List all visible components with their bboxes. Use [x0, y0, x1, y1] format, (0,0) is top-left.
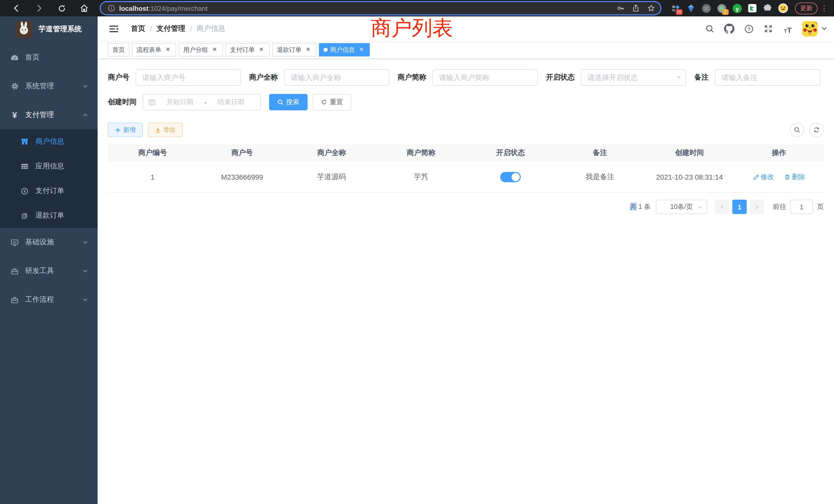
- breadcrumb-home[interactable]: 首页: [131, 24, 145, 33]
- toolbox-icon: [10, 295, 19, 304]
- add-button[interactable]: 新增: [108, 123, 143, 137]
- prev-page-button[interactable]: [715, 200, 729, 214]
- reset-button-label: 重置: [330, 97, 343, 107]
- export-button[interactable]: 导出: [148, 123, 183, 137]
- user-avatar[interactable]: [802, 21, 817, 37]
- hamburger-icon[interactable]: [105, 24, 123, 33]
- page-size-select[interactable]: 10条/页: [656, 200, 707, 214]
- back-icon[interactable]: [12, 4, 21, 13]
- tag-refund-order[interactable]: 退款订单✕: [272, 43, 316, 56]
- toggle-search-button[interactable]: [790, 123, 804, 137]
- reset-button[interactable]: 重置: [313, 94, 351, 110]
- github-icon[interactable]: [724, 24, 734, 34]
- edit-link[interactable]: 修改: [753, 172, 774, 181]
- reload-icon[interactable]: [57, 4, 66, 13]
- remark-input[interactable]: [715, 69, 820, 86]
- total-count-rest: 1 条: [638, 203, 651, 210]
- page-size-value: 10条/页: [670, 202, 693, 211]
- extension-gem-icon[interactable]: [686, 3, 696, 13]
- end-date-placeholder[interactable]: 结束日期: [206, 97, 255, 107]
- delete-link[interactable]: 删除: [784, 172, 805, 181]
- forward-icon[interactable]: [35, 4, 44, 13]
- trash-icon: [784, 174, 790, 180]
- col-header: 操作: [734, 144, 824, 162]
- close-icon[interactable]: ✕: [358, 46, 365, 53]
- dashboard-icon: [10, 53, 19, 62]
- refresh-icon: [321, 99, 327, 105]
- date-range-picker[interactable]: 开始日期 - 结束日期: [143, 94, 261, 110]
- sidebar-item-payment[interactable]: ¥ 支付管理: [0, 100, 97, 129]
- page-number-1[interactable]: 1: [732, 200, 747, 214]
- font-size-icon[interactable]: TT: [783, 24, 793, 34]
- breadcrumb-payment[interactable]: 支付管理: [157, 24, 185, 33]
- cell-merchant-id: 1: [108, 162, 197, 192]
- sidebar-item-label: 研发工具: [25, 266, 82, 276]
- extension-blocks-icon[interactable]: 10: [670, 3, 680, 13]
- status-select[interactable]: [581, 69, 686, 86]
- refresh-table-button[interactable]: [809, 123, 824, 137]
- extensions-puzzle-icon[interactable]: [763, 3, 773, 13]
- sidebar-item-home[interactable]: 首页: [0, 43, 97, 72]
- search-button[interactable]: 搜索: [269, 94, 308, 110]
- logo-avatar: [16, 21, 32, 38]
- sidebar-logo[interactable]: 芋道管理系统: [0, 17, 97, 42]
- full-name-input[interactable]: [284, 69, 389, 86]
- sidebar-item-pay-order[interactable]: ¥ 支付订单: [0, 179, 97, 203]
- sidebar-item-dev-tools[interactable]: 研发工具: [0, 257, 97, 285]
- merchant-no-input[interactable]: [136, 69, 241, 86]
- toggle-knob: [511, 173, 520, 181]
- url-bar[interactable]: localhost:1024/pay/merchant: [101, 2, 660, 14]
- search-icon: [277, 99, 284, 105]
- total-count-selected: 共: [630, 203, 637, 210]
- extension-green-y-icon[interactable]: y: [732, 3, 742, 13]
- chrome-menu-icon[interactable]: ⋮: [821, 6, 828, 11]
- extension-session-icon[interactable]: 1: [717, 3, 727, 13]
- tag-user-group[interactable]: 用户分组✕: [179, 43, 223, 56]
- help-icon[interactable]: ?: [744, 24, 754, 34]
- status-toggle[interactable]: [500, 172, 521, 182]
- share-icon[interactable]: [632, 4, 640, 12]
- tag-pay-order[interactable]: 支付订单✕: [225, 43, 270, 56]
- avatar-caret-icon[interactable]: [822, 27, 827, 31]
- sidebar-item-infra[interactable]: 基础设施: [0, 228, 97, 257]
- svg-text:y: y: [736, 5, 739, 12]
- start-date-placeholder[interactable]: 开始日期: [156, 97, 204, 107]
- close-icon[interactable]: ✕: [211, 46, 218, 53]
- field-label: 商户简称: [397, 73, 426, 82]
- next-page-button[interactable]: [750, 200, 764, 214]
- goto-page-input[interactable]: [790, 200, 813, 214]
- sidebar-item-system[interactable]: 系统管理: [0, 72, 97, 100]
- sidebar-item-workflow[interactable]: 工作流程: [0, 285, 97, 314]
- goto-prefix: 前往: [773, 202, 786, 211]
- site-info-icon[interactable]: [108, 5, 115, 12]
- tag-process-form[interactable]: 流程表单✕: [132, 43, 176, 56]
- field-label: 备注: [694, 73, 709, 82]
- fullscreen-icon[interactable]: [763, 24, 773, 34]
- tag-home[interactable]: 首页: [108, 43, 129, 56]
- documents-icon: [21, 211, 29, 220]
- home-icon[interactable]: [80, 4, 89, 13]
- header-search-icon[interactable]: [705, 24, 715, 34]
- short-name-input[interactable]: [433, 69, 538, 86]
- merchant-table: 商户编号 商户号 商户全称 商户简称 开启状态 备注 创建时间 操作 1: [108, 144, 824, 192]
- profile-avatar-icon[interactable]: [778, 3, 788, 13]
- extension-flag-icon[interactable]: [747, 3, 758, 13]
- sidebar-item-merchant-info[interactable]: 商户信息: [0, 129, 97, 154]
- url-host: localhost: [119, 4, 148, 12]
- cell-short-name: 芋艿: [376, 162, 466, 192]
- close-icon[interactable]: ✕: [164, 46, 172, 53]
- sidebar-item-refund-order[interactable]: 退款订单: [0, 203, 97, 228]
- password-key-icon[interactable]: [616, 4, 624, 12]
- sidebar-item-app-info[interactable]: 应用信息: [0, 154, 97, 179]
- yen-icon: ¥: [10, 111, 19, 119]
- extension-badge: 10: [676, 9, 682, 15]
- tag-merchant-info[interactable]: 商户信息✕: [319, 43, 370, 56]
- extension-command-icon[interactable]: ⌘: [701, 3, 711, 13]
- close-icon[interactable]: ✕: [258, 46, 265, 53]
- chrome-update-button[interactable]: 更新: [795, 2, 817, 14]
- col-header: 商户全称: [287, 144, 376, 162]
- close-icon[interactable]: ✕: [305, 46, 312, 53]
- url-text[interactable]: localhost:1024/pay/merchant: [119, 4, 609, 12]
- monitor-icon: [10, 238, 19, 247]
- bookmark-star-icon[interactable]: [647, 4, 655, 12]
